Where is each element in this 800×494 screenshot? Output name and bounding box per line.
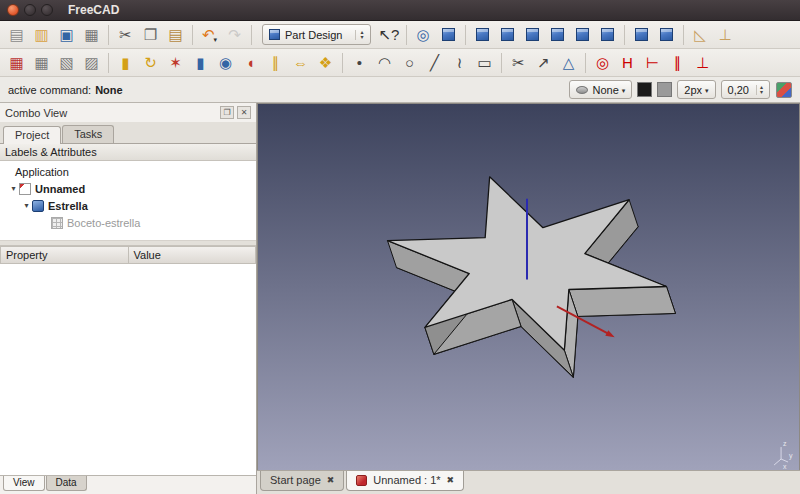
right-view-button[interactable]: [520, 23, 545, 47]
tab-data[interactable]: Data: [46, 476, 87, 491]
revolution-button[interactable]: ↻: [138, 51, 163, 75]
groove-button[interactable]: ◖: [238, 51, 263, 75]
point-button[interactable]: •: [347, 51, 372, 75]
left-view-button[interactable]: [595, 23, 620, 47]
line-color-swatch[interactable]: [637, 82, 652, 97]
value-column-header[interactable]: Value: [129, 246, 257, 264]
measure-clear-button[interactable]: ⊥: [713, 23, 738, 47]
tab-close-icon[interactable]: ✖: [327, 475, 335, 485]
tree-item-application[interactable]: Application: [0, 163, 256, 180]
whatsthis-button[interactable]: ↖?: [377, 23, 402, 47]
axis-y-label: y: [789, 452, 793, 460]
rotate-left-view-button[interactable]: [629, 23, 654, 47]
active-command-label: active command:: [8, 84, 91, 96]
redo-button[interactable]: ↷: [222, 23, 247, 47]
reorient-sketch-button[interactable]: ▨: [79, 51, 104, 75]
tree-item-label: Estrella: [48, 200, 88, 212]
arc-button[interactable]: ◠: [372, 51, 397, 75]
external-geometry-button[interactable]: ↗: [531, 51, 556, 75]
paste-button[interactable]: ▤: [163, 23, 188, 47]
document-tab-label: Start page: [270, 474, 321, 486]
top-view-button[interactable]: [495, 23, 520, 47]
fit-all-button[interactable]: ◎: [411, 23, 436, 47]
autogroup-button[interactable]: None ▾: [569, 80, 632, 99]
toolbar-separator: [192, 25, 193, 45]
pad-button[interactable]: ▮: [113, 51, 138, 75]
face-color-swatch[interactable]: [657, 82, 672, 97]
tree-item-boceto-estrella[interactable]: Boceto-estrella: [0, 214, 256, 231]
constraint-perpendicular-button[interactable]: ⊥: [690, 51, 715, 75]
new-document-button[interactable]: ▤: [4, 23, 29, 47]
spinbox-arrows-icon[interactable]: ▴ ▾: [756, 85, 763, 95]
front-view-button[interactable]: [470, 23, 495, 47]
open-file-button[interactable]: ▥: [29, 23, 54, 47]
constraint-coincident-button[interactable]: ◎: [590, 51, 615, 75]
document-tab-unnamed-1-[interactable]: Unnamed : 1*✖: [346, 471, 464, 491]
axonometric-view-button[interactable]: [436, 23, 461, 47]
mirrored-button[interactable]: ⇔: [288, 51, 313, 75]
line-width-select[interactable]: 2px ▾: [677, 80, 715, 99]
polyline-button[interactable]: ≀: [447, 51, 472, 75]
3d-viewport-canvas[interactable]: z y x: [258, 104, 799, 470]
tab-view[interactable]: View: [3, 476, 45, 491]
property-column-header[interactable]: Property: [0, 246, 129, 264]
toolbar-separator: [251, 25, 252, 45]
expander-icon[interactable]: ▾: [21, 201, 32, 210]
linear-pattern-button[interactable]: ∥: [263, 51, 288, 75]
constraint-parallel-button[interactable]: ∥: [665, 51, 690, 75]
tab-tasks[interactable]: Tasks: [62, 125, 114, 143]
circle-button[interactable]: ○: [397, 51, 422, 75]
new-sketch-button[interactable]: ▦: [4, 51, 29, 75]
print-button[interactable]: ▦: [79, 23, 104, 47]
left-view-icon: [601, 28, 614, 41]
construction-mode-button[interactable]: △: [556, 51, 581, 75]
draft-settings-icon[interactable]: [776, 82, 792, 98]
save-button[interactable]: ▣: [54, 23, 79, 47]
property-view-tabs: View Data: [0, 475, 256, 494]
construction-mode-icon: △: [563, 55, 575, 70]
tab-close-icon[interactable]: ✖: [447, 475, 455, 485]
combo-spin-arrows-icon: ▴ ▾: [355, 30, 363, 40]
labels-attributes-title: Labels & Attributes: [5, 146, 97, 158]
tree-item-label: Application: [15, 166, 69, 178]
workbench-selector[interactable]: Part Design ▴ ▾: [262, 24, 371, 45]
polar-pattern-button[interactable]: ✶: [163, 51, 188, 75]
map-sketch-button[interactable]: ▧: [54, 51, 79, 75]
scale-spinbox[interactable]: 0,20 ▴ ▾: [721, 80, 770, 99]
pocket-button[interactable]: ▮: [188, 51, 213, 75]
tree-item-unnamed[interactable]: ▾Unnamed: [0, 180, 256, 197]
property-table-body[interactable]: [0, 264, 256, 475]
toolbar-separator: [501, 53, 502, 73]
3d-viewport[interactable]: z y x: [257, 103, 800, 470]
constraint-vertical-button[interactable]: ⊢: [640, 51, 665, 75]
fit-all-icon: ◎: [416, 27, 429, 42]
rear-view-button[interactable]: [545, 23, 570, 47]
rotate-right-view-button[interactable]: [654, 23, 679, 47]
close-window-button[interactable]: [7, 4, 19, 16]
maximize-window-button[interactable]: [41, 4, 53, 16]
bottom-view-button[interactable]: [570, 23, 595, 47]
dock-close-icon[interactable]: ✕: [237, 106, 251, 119]
line-button[interactable]: ╱: [422, 51, 447, 75]
rectangle-button[interactable]: ▭: [472, 51, 497, 75]
trim-button[interactable]: ✂: [506, 51, 531, 75]
undo-button[interactable]: ↶▾: [197, 23, 222, 47]
hole-button[interactable]: ◉: [213, 51, 238, 75]
edit-sketch-button[interactable]: ▦: [29, 51, 54, 75]
tree-item-estrella[interactable]: ▾Estrella: [0, 197, 256, 214]
measure-distance-button[interactable]: ◺: [688, 23, 713, 47]
tab-project[interactable]: Project: [3, 126, 61, 144]
axis-indicator: z y x: [774, 440, 793, 470]
labels-attributes-header: Labels & Attributes: [0, 144, 256, 161]
minimize-window-button[interactable]: [24, 4, 36, 16]
multitransform-button[interactable]: ❖: [313, 51, 338, 75]
document-tab-start-page[interactable]: Start page✖: [260, 471, 344, 491]
combo-view-tabs: Project Tasks: [0, 122, 256, 144]
expander-icon[interactable]: ▾: [8, 184, 19, 193]
cut-button[interactable]: ✂: [113, 23, 138, 47]
copy-button[interactable]: ❐: [138, 23, 163, 47]
constraint-horizontal-button[interactable]: H: [615, 51, 640, 75]
dock-float-icon[interactable]: ❐: [220, 106, 234, 119]
active-command-value: None: [95, 84, 123, 96]
spin-down-icon: ▾: [760, 90, 763, 95]
